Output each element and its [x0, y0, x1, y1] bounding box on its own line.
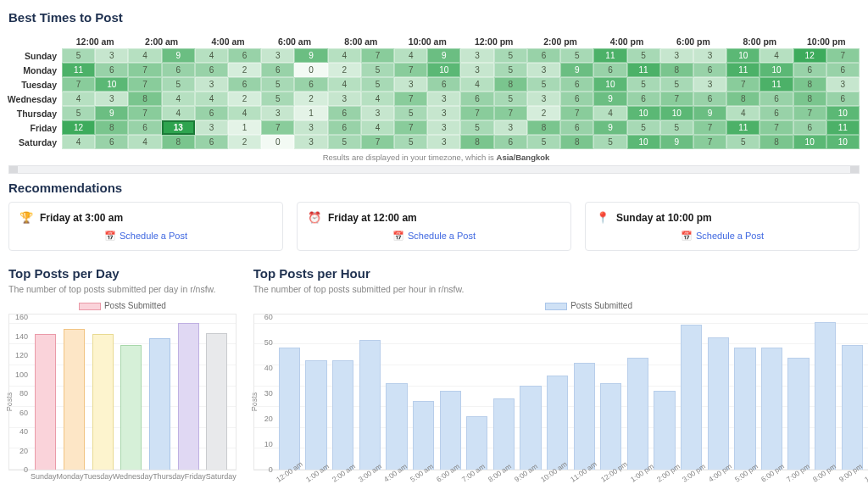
bar[interactable] — [35, 334, 56, 470]
heatmap-cell[interactable]: 4 — [128, 135, 161, 149]
heatmap-cell[interactable]: 3 — [195, 120, 228, 135]
heatmap-cell[interactable]: 5 — [726, 135, 760, 149]
heatmap-cell[interactable]: 7 — [693, 135, 726, 149]
bar[interactable] — [787, 358, 809, 470]
heatmap-cell[interactable]: 7 — [361, 135, 394, 149]
heatmap-cell[interactable]: 6 — [793, 63, 826, 77]
heatmap-cell[interactable]: 10 — [660, 106, 693, 120]
heatmap-cell[interactable]: 2 — [527, 106, 560, 120]
heatmap-cell[interactable]: 8 — [494, 77, 527, 92]
heatmap-cell[interactable]: 6 — [195, 106, 228, 120]
heatmap-cell[interactable]: 6 — [494, 135, 527, 149]
heatmap-cell[interactable]: 3 — [261, 48, 294, 63]
bar[interactable] — [842, 345, 863, 470]
heatmap-cell[interactable]: 5 — [627, 77, 660, 92]
heatmap-cell[interactable]: 9 — [95, 106, 128, 120]
heatmap-cell[interactable]: 6 — [760, 106, 793, 120]
heatmap-cell[interactable]: 6 — [693, 92, 726, 106]
heatmap-cell[interactable]: 7 — [62, 77, 95, 92]
heatmap-cell[interactable]: 4 — [361, 92, 394, 106]
heatmap-cell[interactable]: 9 — [162, 48, 195, 63]
heatmap-cell[interactable]: 5 — [460, 120, 493, 135]
heatmap-cell[interactable]: 10 — [427, 63, 460, 77]
heatmap-cell[interactable]: 5 — [328, 135, 361, 149]
bar[interactable] — [654, 391, 675, 470]
heatmap-cell[interactable]: 3 — [394, 77, 427, 92]
heatmap-cell[interactable]: 9 — [660, 135, 693, 149]
heatmap-cell[interactable]: 5 — [361, 77, 394, 92]
heatmap-cell[interactable]: 11 — [760, 77, 793, 92]
heatmap-cell[interactable]: 6 — [793, 120, 826, 135]
heatmap-cell[interactable]: 4 — [593, 106, 626, 120]
heatmap-cell[interactable]: 6 — [826, 63, 860, 77]
heatmap-cell[interactable]: 5 — [527, 135, 560, 149]
heatmap-cell[interactable]: 9 — [593, 120, 626, 135]
bar[interactable] — [359, 340, 381, 470]
heatmap-cell[interactable]: 3 — [494, 120, 527, 135]
heatmap-cell[interactable]: 6 — [693, 63, 726, 77]
heatmap-cell[interactable]: 6 — [627, 92, 660, 106]
heatmap-cell[interactable]: 3 — [427, 135, 460, 149]
heatmap-cell[interactable]: 7 — [394, 120, 427, 135]
heatmap-cell[interactable]: 11 — [593, 48, 626, 63]
heatmap-cell[interactable]: 3 — [294, 120, 327, 135]
heatmap-cell[interactable]: 13 — [162, 120, 195, 135]
heatmap-cell[interactable]: 8 — [460, 135, 493, 149]
heatmap-cell[interactable]: 5 — [494, 92, 527, 106]
heatmap-cell[interactable]: 6 — [560, 92, 593, 106]
heatmap-cell[interactable]: 2 — [328, 63, 361, 77]
heatmap-cell[interactable]: 5 — [361, 63, 394, 77]
heatmap-cell[interactable]: 4 — [328, 77, 361, 92]
bar[interactable] — [681, 325, 702, 470]
heatmap-cell[interactable]: 6 — [593, 63, 626, 77]
heatmap-cell[interactable]: 4 — [162, 106, 195, 120]
heatmap-cell[interactable]: 8 — [760, 135, 793, 149]
heatmap-cell[interactable]: 1 — [228, 120, 261, 135]
bar[interactable] — [600, 383, 621, 470]
heatmap-cell[interactable]: 9 — [593, 92, 626, 106]
schedule-post-link[interactable]: 📅Schedule a Post — [19, 231, 272, 242]
heatmap-cell[interactable]: 4 — [62, 92, 95, 106]
heatmap-cell[interactable]: 9 — [693, 106, 726, 120]
bar[interactable] — [493, 398, 515, 470]
bar[interactable] — [178, 323, 199, 470]
heatmap-cell[interactable]: 10 — [726, 48, 760, 63]
heatmap-cell[interactable]: 5 — [394, 106, 427, 120]
heatmap-cell[interactable]: 5 — [560, 48, 593, 63]
heatmap-cell[interactable]: 12 — [793, 48, 826, 63]
heatmap-cell[interactable]: 6 — [195, 63, 228, 77]
heatmap-cell[interactable]: 6 — [95, 63, 128, 77]
heatmap-cell[interactable]: 6 — [228, 77, 261, 92]
horizontal-scrollbar[interactable] — [8, 165, 860, 174]
heatmap-cell[interactable]: 5 — [62, 106, 95, 120]
heatmap-cell[interactable]: 3 — [826, 77, 860, 92]
heatmap-cell[interactable]: 8 — [527, 120, 560, 135]
heatmap-cell[interactable]: 5 — [261, 77, 294, 92]
heatmap-cell[interactable]: 8 — [793, 77, 826, 92]
heatmap-cell[interactable]: 7 — [394, 63, 427, 77]
heatmap-cell[interactable]: 8 — [128, 92, 161, 106]
heatmap-cell[interactable]: 12 — [62, 120, 95, 135]
heatmap-cell[interactable]: 10 — [95, 77, 128, 92]
bar[interactable] — [413, 401, 434, 470]
heatmap-cell[interactable]: 4 — [328, 48, 361, 63]
bar[interactable] — [734, 348, 755, 470]
heatmap-cell[interactable]: 4 — [128, 48, 161, 63]
bar[interactable] — [332, 360, 353, 470]
heatmap-cell[interactable]: 6 — [760, 92, 793, 106]
heatmap-cell[interactable]: 4 — [760, 48, 793, 63]
bar[interactable] — [305, 360, 326, 470]
heatmap-cell[interactable]: 7 — [261, 120, 294, 135]
heatmap-cell[interactable]: 4 — [228, 106, 261, 120]
heatmap-cell[interactable]: 3 — [261, 106, 294, 120]
bar[interactable] — [815, 322, 836, 470]
heatmap-cell[interactable]: 10 — [793, 135, 826, 149]
bar[interactable] — [206, 333, 227, 470]
heatmap-cell[interactable]: 3 — [427, 92, 460, 106]
heatmap-cell[interactable]: 5 — [162, 77, 195, 92]
heatmap-cell[interactable]: 3 — [328, 92, 361, 106]
heatmap-cell[interactable]: 9 — [427, 48, 460, 63]
heatmap-cell[interactable]: 5 — [593, 135, 626, 149]
heatmap-cell[interactable]: 5 — [494, 48, 527, 63]
bar[interactable] — [386, 383, 407, 470]
